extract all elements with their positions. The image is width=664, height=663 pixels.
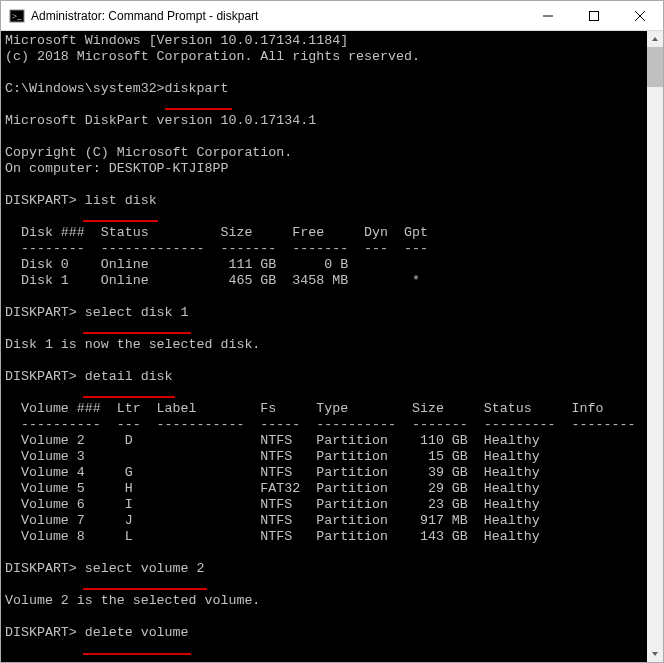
terminal-area: Microsoft Windows [Version 10.0.17134.11… xyxy=(1,31,663,662)
disk-table-header: Disk ### Status Size Free Dyn Gpt xyxy=(5,225,428,240)
disk-row: Disk 0 Online 111 GB 0 B xyxy=(5,257,348,272)
os-version: Microsoft Windows [Version 10.0.17134.11… xyxy=(5,33,348,48)
terminal-output[interactable]: Microsoft Windows [Version 10.0.17134.11… xyxy=(1,31,647,662)
scroll-thumb[interactable] xyxy=(647,47,663,87)
os-copyright: (c) 2018 Microsoft Corporation. All righ… xyxy=(5,49,420,64)
close-button[interactable] xyxy=(617,1,663,30)
volume-row: Volume 3 NTFS Partition 15 GB Healthy xyxy=(5,449,540,464)
volume-table-divider: ---------- --- ----------- ----- -------… xyxy=(5,417,635,432)
scroll-up-button[interactable] xyxy=(647,31,663,47)
maximize-button[interactable] xyxy=(571,1,617,30)
scroll-track[interactable] xyxy=(647,47,663,646)
diskpart-computer: On computer: DESKTOP-KTJI8PP xyxy=(5,161,228,176)
msg-volume-selected: Volume 2 is the selected volume. xyxy=(5,593,260,608)
diskpart-prompt: DISKPART> xyxy=(5,193,85,208)
diskpart-prompt: DISKPART> xyxy=(5,305,85,320)
disk-table-divider: -------- ------------- ------- ------- -… xyxy=(5,241,428,256)
underline-annotation xyxy=(83,396,175,398)
underline-annotation xyxy=(83,653,191,655)
volume-row: Volume 4 G NTFS Partition 39 GB Healthy xyxy=(5,465,540,480)
cmd-diskpart: diskpart xyxy=(165,81,229,96)
window-title: Administrator: Command Prompt - diskpart xyxy=(31,9,525,23)
window-controls xyxy=(525,1,663,30)
scroll-down-button[interactable] xyxy=(647,646,663,662)
cmd-window: >_ Administrator: Command Prompt - diskp… xyxy=(0,0,664,663)
volume-row: Volume 5 H FAT32 Partition 29 GB Healthy xyxy=(5,481,540,496)
diskpart-prompt: DISKPART> xyxy=(5,561,85,576)
underline-annotation xyxy=(83,220,158,222)
svg-rect-3 xyxy=(590,11,599,20)
volume-row: Volume 8 L NTFS Partition 143 GB Healthy xyxy=(5,529,540,544)
titlebar[interactable]: >_ Administrator: Command Prompt - diskp… xyxy=(1,1,663,31)
cmd-select-disk: select disk 1 xyxy=(85,305,189,320)
diskpart-version: Microsoft DiskPart version 10.0.17134.1 xyxy=(5,113,316,128)
volume-row: Volume 6 I NTFS Partition 23 GB Healthy xyxy=(5,497,540,512)
cmd-icon: >_ xyxy=(9,8,25,24)
svg-marker-7 xyxy=(652,652,658,656)
volume-row: Volume 2 D NTFS Partition 110 GB Healthy xyxy=(5,433,540,448)
minimize-button[interactable] xyxy=(525,1,571,30)
svg-marker-6 xyxy=(652,37,658,41)
cmd-delete-volume: delete volume xyxy=(85,625,189,640)
disk-row: Disk 1 Online 465 GB 3458 MB * xyxy=(5,273,420,288)
cmd-select-volume: select volume 2 xyxy=(85,561,205,576)
diskpart-prompt: DISKPART> xyxy=(5,625,85,640)
svg-text:>_: >_ xyxy=(12,11,22,21)
diskpart-copyright: Copyright (C) Microsoft Corporation. xyxy=(5,145,292,160)
cmd-list-disk: list disk xyxy=(85,193,157,208)
underline-annotation xyxy=(83,332,191,334)
diskpart-prompt: DISKPART> xyxy=(5,369,85,384)
shell-prompt: C:\Windows\system32> xyxy=(5,81,165,96)
underline-annotation xyxy=(165,108,232,110)
vertical-scrollbar[interactable] xyxy=(647,31,663,662)
cmd-detail-disk: detail disk xyxy=(85,369,173,384)
volume-row: Volume 7 J NTFS Partition 917 MB Healthy xyxy=(5,513,540,528)
underline-annotation xyxy=(83,588,207,590)
msg-disk-selected: Disk 1 is now the selected disk. xyxy=(5,337,260,352)
volume-table-header: Volume ### Ltr Label Fs Type Size Status… xyxy=(5,401,603,416)
